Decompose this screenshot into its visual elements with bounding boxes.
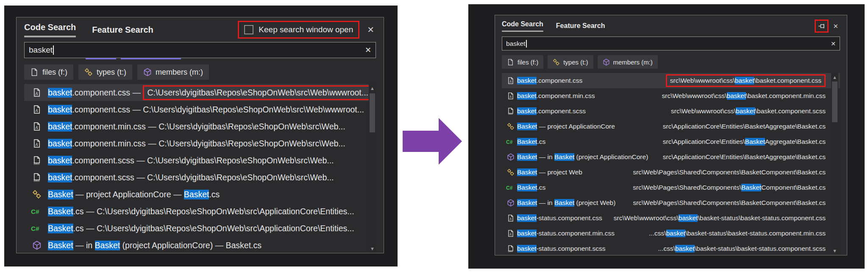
result-text: -status.component.scss (537, 245, 606, 252)
result-name: basket-status.component.min.css (517, 230, 615, 237)
result-path: src\Web\Pages\Shared\Components\BasketCo… (633, 168, 826, 176)
result-row[interactable]: C#Basket.cs — C:\Users\dyigitbas\Repos\e… (24, 203, 376, 220)
active-tab-underline (24, 36, 76, 37)
filter-chip-types[interactable]: types (t:) (548, 55, 593, 69)
result-row[interactable]: Abasket.component.min.css — C:\Users\dyi… (24, 118, 376, 135)
close-icon[interactable]: ✕ (365, 25, 376, 35)
result-text: \basket.component.scss (755, 107, 826, 115)
svg-text:C#: C# (31, 225, 39, 232)
result-row[interactable]: Basket — in Basket (project ApplicationC… (24, 237, 376, 253)
search-input[interactable]: basket ✕ (24, 42, 376, 58)
result-row[interactable]: Sassbasket-status.component.scss...css\b… (502, 241, 840, 255)
highlighted-match: basket (517, 214, 537, 222)
tab-feature-search[interactable]: Feature Search (92, 25, 153, 35)
search-value: basket (29, 45, 53, 55)
result-text: Aggregate\Basket.cs (765, 138, 826, 146)
filter-chip-members[interactable]: members (m:) (137, 64, 209, 80)
result-row[interactable]: Basket — project Websrc\Web\Pages\Shared… (502, 165, 840, 180)
css-file-icon: A (506, 77, 515, 84)
active-tab-underline (502, 31, 543, 32)
result-row[interactable]: C#Basket.cssrc\Web\Pages\Shared\Componen… (502, 180, 840, 195)
result-name: Basket — project ApplicationCore (517, 123, 615, 130)
css-file-icon: A (506, 92, 515, 100)
highlighted-match: Basket (554, 153, 574, 161)
search-value: basket (506, 40, 526, 48)
result-name: basket-status.component.scss (517, 245, 606, 252)
highlighted-match: Basket (517, 168, 537, 176)
scrollbar-thumb[interactable] (832, 81, 837, 122)
keep-open-checkbox[interactable] (244, 25, 253, 34)
result-row[interactable]: Sassbasket.component.scss — C:\Users\dyi… (24, 152, 376, 169)
result-row[interactable]: Basket — project ApplicationCore — Baske… (24, 186, 376, 203)
scrollbar[interactable]: ▲ ▼ (369, 84, 376, 253)
result-row[interactable]: Abasket-status.component.csssrc\Web\wwwr… (502, 210, 840, 226)
result-text: \basket-status\basket-status.component.m… (685, 230, 826, 237)
clear-search-icon[interactable]: ✕ (831, 40, 836, 47)
highlighted-match: basket (517, 92, 537, 100)
result-row[interactable]: C#Basket.cs — C:\Users\dyigitbas\Repos\e… (24, 220, 376, 237)
result-text: src\ApplicationCore\Entities\BasketAggre… (663, 153, 826, 161)
svg-text:A: A (35, 91, 38, 96)
tab-feature-search[interactable]: Feature Search (556, 22, 605, 30)
svg-text:C#: C# (506, 139, 513, 145)
result-row[interactable]: Abasket.component.min.css — C:\Users\dyi… (24, 135, 376, 152)
file-icon (507, 59, 514, 66)
filter-chip-files[interactable]: files (f:) (24, 64, 73, 80)
result-row[interactable]: Abasket.component.css — C:\Users\dyigitb… (24, 84, 376, 101)
result-text: .component.css (537, 77, 583, 84)
result-row[interactable]: Basket — in Basket (project Web)src\Web\… (502, 195, 840, 210)
result-row[interactable]: Abasket.component.csssrc\Web\wwwroot\css… (502, 73, 840, 88)
css-file-icon: A (31, 105, 43, 114)
cube-icon (603, 59, 610, 66)
filter-label: members (m:) (156, 68, 203, 77)
result-text: Component\Basket.cs (761, 184, 826, 191)
svg-text:Sass: Sass (508, 112, 513, 115)
csharp-icon: C# (506, 184, 515, 191)
result-text: .component.css — C:\Users\dyigitbas\Repo… (72, 105, 364, 115)
result-name: basket.component.css (517, 77, 582, 84)
result-text: — project ApplicationCore (537, 123, 615, 130)
clear-search-icon[interactable]: ✕ (365, 45, 371, 55)
result-row[interactable]: Abasket.component.css — C:\Users\dyigitb… (24, 101, 376, 118)
result-row[interactable]: C#Basket.cssrc\ApplicationCore\Entities\… (502, 134, 840, 149)
result-row[interactable]: Abasket-status.component.min.css...css\b… (502, 226, 840, 241)
progress-segment (121, 58, 181, 59)
scroll-down-icon[interactable]: ▼ (369, 245, 376, 252)
scroll-up-icon[interactable]: ▲ (831, 74, 838, 81)
css-file-icon: A (31, 88, 43, 97)
filter-bar: files (f:)types (t:)members (m:) (502, 55, 840, 69)
highlighted-match: Basket (517, 123, 537, 130)
sass-file-icon: Sass (506, 107, 515, 115)
result-row[interactable]: Basket — project ApplicationCoresrc\Appl… (502, 119, 840, 134)
result-text: .cs — C:\Users\dyigitbas\Repos\eShopOnWe… (73, 207, 354, 216)
tab-code-search[interactable]: Code Search (502, 20, 543, 32)
result-row[interactable]: Basket — in Basket (project ApplicationC… (502, 149, 840, 165)
scrollbar[interactable]: ▲ ▼ (831, 73, 838, 255)
pin-icon[interactable] (818, 22, 825, 30)
scroll-up-icon[interactable]: ▲ (369, 85, 376, 92)
highlighted-match: Basket (517, 153, 537, 161)
tab-code-search[interactable]: Code Search (24, 22, 76, 37)
result-row[interactable]: Sassbasket.component.scsssrc\Web\wwwroot… (502, 104, 840, 119)
result-row[interactable]: Sassbasket.component.scss — C:\Users\dyi… (24, 169, 376, 186)
filter-chip-members[interactable]: members (m:) (598, 55, 658, 69)
scrollbar-thumb[interactable] (370, 93, 375, 132)
result-row[interactable]: Abasket.component.min.csssrc\Web\wwwroot… (502, 88, 840, 104)
result-path: src\Web\Pages\Shared\Components\BasketCo… (633, 199, 826, 207)
highlighted-match: Basket (517, 184, 537, 191)
highlighted-match: Basket (741, 184, 761, 191)
result-text: .component.scss — C:\Users\dyigitbas\Rep… (72, 173, 334, 182)
highlighted-match: basket (675, 245, 695, 252)
highlighted-match: Basket (745, 138, 765, 146)
result-path: ...css\basket\basket-status\basket-statu… (658, 245, 826, 252)
filter-label: files (f:) (42, 68, 67, 77)
highlighted-match: basket (517, 245, 537, 252)
class-icon (506, 123, 515, 130)
filter-chip-types[interactable]: types (t:) (78, 64, 132, 80)
filter-chip-files[interactable]: files (f:) (502, 55, 543, 69)
svg-text:Sass: Sass (33, 179, 39, 182)
highlighted-match: Basket (95, 241, 120, 250)
scroll-down-icon[interactable]: ▼ (831, 247, 838, 254)
search-input[interactable]: basket ✕ (502, 36, 840, 50)
close-icon[interactable]: ✕ (831, 22, 840, 30)
